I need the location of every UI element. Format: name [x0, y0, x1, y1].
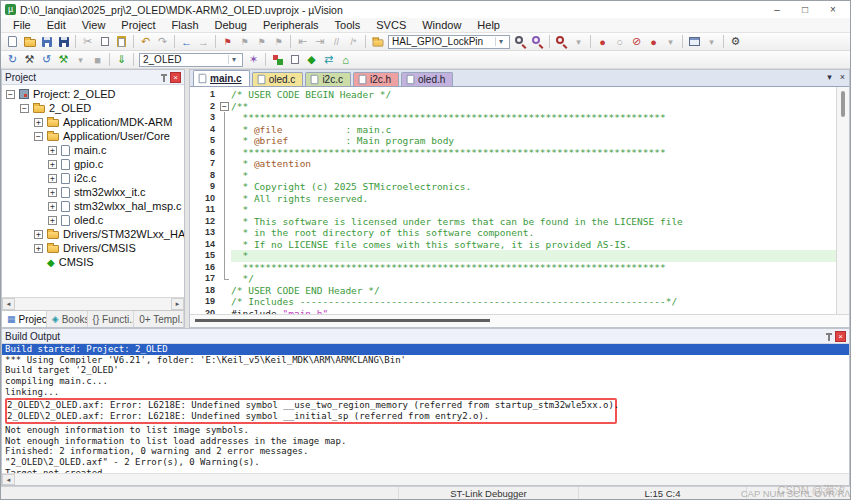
scroll-right-icon[interactable]: ►: [171, 298, 184, 310]
search-dropdown-icon[interactable]: ▾: [495, 37, 506, 46]
configuration-wrench-icon[interactable]: ⚙: [727, 34, 744, 49]
next-bookmark-icon[interactable]: ⚑: [253, 34, 270, 49]
kill-all-breakpoints-icon[interactable]: ●: [645, 34, 662, 49]
close-icon[interactable]: ×: [826, 4, 840, 15]
window-layout-dropdown-icon[interactable]: ▾: [703, 34, 720, 49]
hscroll-thumb[interactable]: [195, 319, 490, 322]
tree-item[interactable]: +stm32wlxx_hal_msp.c: [2, 199, 184, 213]
find-next-icon[interactable]: [529, 34, 546, 49]
menu-help[interactable]: Help: [469, 19, 508, 31]
close-panel-icon[interactable]: ×: [170, 72, 181, 83]
menu-window[interactable]: Window: [414, 19, 469, 31]
panel-tab-project[interactable]: ▦Project: [2, 311, 47, 327]
search-combobox[interactable]: HAL_GPIO_LockPin ▾: [388, 35, 510, 49]
uncomment-selection-icon[interactable]: /*: [345, 34, 362, 49]
batch-build-dropdown-icon[interactable]: ▾: [72, 52, 89, 67]
breakpoint-dropdown-icon[interactable]: ▾: [662, 34, 679, 49]
download-to-flash-icon[interactable]: ⇓: [113, 52, 130, 67]
refresh-sync-icon[interactable]: ⇄: [320, 52, 337, 67]
clear-bookmarks-icon[interactable]: ⚑: [270, 34, 287, 49]
expand-icon[interactable]: +: [34, 230, 43, 239]
editor-tab-i2c-c[interactable]: i2c.c: [305, 72, 351, 86]
find-icon[interactable]: [512, 34, 529, 49]
panel-tab-templ[interactable]: 0+ Templ...: [134, 311, 184, 327]
copy-icon[interactable]: [96, 34, 113, 49]
pin-icon[interactable]: [828, 335, 830, 341]
pin-icon[interactable]: [163, 76, 165, 82]
menu-debug[interactable]: Debug: [207, 19, 255, 31]
target-dropdown-icon[interactable]: ▾: [228, 55, 239, 64]
save-all-icon[interactable]: [55, 34, 72, 49]
expand-icon[interactable]: +: [48, 146, 57, 155]
manage-rte-icon[interactable]: ◆: [303, 52, 320, 67]
toggle-bookmark-icon[interactable]: ⚑: [219, 34, 236, 49]
options-for-target-wand-icon[interactable]: ✶: [245, 52, 262, 67]
collapse-icon[interactable]: −: [20, 104, 29, 113]
tree-item[interactable]: +gpio.c: [2, 157, 184, 171]
menu-flash[interactable]: Flash: [164, 19, 207, 31]
editor-tab-oled-c[interactable]: oled.c: [252, 72, 304, 86]
menu-svcs[interactable]: SVCS: [368, 19, 414, 31]
close-panel-icon[interactable]: ×: [835, 331, 846, 342]
find-in-files-icon[interactable]: [369, 34, 386, 49]
rebuild-all-icon[interactable]: ↺: [38, 52, 55, 67]
translate-file-icon[interactable]: ↻: [4, 52, 21, 67]
code-editor[interactable]: 1/* USER CODE BEGIN Header */2−/**3 ****…: [190, 87, 836, 314]
tree-item[interactable]: ◆CMSIS: [2, 255, 184, 269]
collapse-icon[interactable]: −: [34, 132, 43, 141]
tree-item[interactable]: +stm32wlxx_it.c: [2, 185, 184, 199]
menu-project[interactable]: Project: [113, 19, 163, 31]
menu-view[interactable]: View: [74, 19, 114, 31]
undo-icon[interactable]: ↶: [137, 34, 154, 49]
expand-icon[interactable]: +: [48, 188, 57, 197]
tree-item[interactable]: −Project: 2_OLED: [2, 87, 184, 101]
close-document-icon[interactable]: ×: [840, 72, 845, 82]
menu-peripherals[interactable]: Peripherals: [255, 19, 327, 31]
search-input[interactable]: HAL_GPIO_LockPin: [392, 36, 492, 47]
scroll-left-icon[interactable]: ◄: [2, 474, 15, 485]
panel-tab-books[interactable]: ◈Books: [47, 311, 88, 327]
tree-item[interactable]: −2_OLED: [2, 101, 184, 115]
expand-icon[interactable]: +: [48, 174, 57, 183]
minimize-icon[interactable]: –: [770, 4, 784, 15]
editor-tab-oled-h[interactable]: oled.h: [401, 72, 453, 86]
build-icon[interactable]: ⚒: [21, 52, 38, 67]
expand-icon[interactable]: +: [34, 118, 43, 127]
scroll-track[interactable]: [15, 298, 171, 310]
disable-breakpoint-icon[interactable]: ○: [611, 34, 628, 49]
collapse-icon[interactable]: −: [6, 90, 15, 99]
kill-breakpoint-icon[interactable]: ⊘: [628, 34, 645, 49]
pack-installer-icon[interactable]: ⌂: [337, 52, 354, 67]
prev-bookmark-icon[interactable]: ⚑: [236, 34, 253, 49]
editor-hscrollbar[interactable]: [190, 314, 849, 327]
fold-margin[interactable]: −: [218, 101, 231, 113]
tree-item[interactable]: +Application/MDK-ARM: [2, 115, 184, 129]
batch-build-icon[interactable]: ⚒: [55, 52, 72, 67]
paste-icon[interactable]: [113, 34, 130, 49]
find-dropdown-icon[interactable]: ▾: [570, 34, 587, 49]
menu-edit[interactable]: Edit: [39, 19, 74, 31]
panel-tab-functi[interactable]: {} Functi...: [88, 311, 135, 327]
navigate-forward-icon[interactable]: →: [195, 34, 212, 49]
unindent-icon[interactable]: ⇤: [294, 34, 311, 49]
editor-vscrollbar[interactable]: [836, 87, 849, 314]
tree-item[interactable]: −Application/User/Core: [2, 129, 184, 143]
insert-breakpoint-icon[interactable]: ●: [594, 34, 611, 49]
menu-tools[interactable]: Tools: [327, 19, 369, 31]
tree-item[interactable]: +i2c.c: [2, 171, 184, 185]
save-icon[interactable]: [38, 34, 55, 49]
cut-icon[interactable]: ✂: [79, 34, 96, 49]
tree-item[interactable]: +main.c: [2, 143, 184, 157]
build-output-body[interactable]: Build started: Project: 2_OLED*** Using …: [2, 344, 849, 473]
manage-project-items-icon[interactable]: [286, 52, 303, 67]
editor-tab-i2c-h[interactable]: i2c.h: [353, 72, 399, 86]
window-layout-icon[interactable]: [686, 34, 703, 49]
redo-icon[interactable]: ↷: [154, 34, 171, 49]
tree-item[interactable]: +Drivers/STM32WLxx_HAL_Driver: [2, 227, 184, 241]
menu-file[interactable]: File: [5, 19, 39, 31]
tab-list-dropdown-icon[interactable]: ▾: [827, 72, 832, 82]
expand-icon[interactable]: +: [34, 244, 43, 253]
scroll-left-icon[interactable]: ◄: [2, 298, 15, 310]
indent-icon[interactable]: ⇥: [311, 34, 328, 49]
expand-icon[interactable]: +: [48, 202, 57, 211]
